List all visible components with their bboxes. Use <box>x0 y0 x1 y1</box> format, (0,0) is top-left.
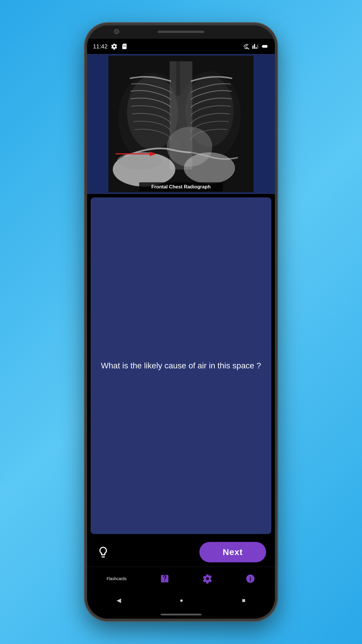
svg-point-14 <box>184 153 235 184</box>
flashcards-label: Flashcards <box>107 576 126 581</box>
battery-icon <box>260 43 269 50</box>
volume-button <box>275 90 277 107</box>
svg-rect-2 <box>262 46 266 47</box>
status-icons-right <box>243 43 269 50</box>
svg-rect-1 <box>267 46 268 47</box>
question-nav-icon <box>160 574 170 584</box>
xray-container: Frontal Chest Radiograph <box>87 54 275 194</box>
action-bar: Next <box>87 538 275 567</box>
bottom-indicator <box>161 614 201 615</box>
svg-point-15 <box>117 153 162 170</box>
back-button[interactable]: ◀ <box>117 597 121 604</box>
bottom-bar <box>87 610 275 619</box>
content-area: Frontal Chest Radiograph What is the lik… <box>87 54 275 619</box>
svg-rect-16 <box>116 153 153 155</box>
xray-image: Frontal Chest Radiograph <box>87 54 275 194</box>
screen: 11:42 <box>87 39 275 619</box>
xray-caption: Frontal Chest Radiograph <box>151 184 211 190</box>
sim-status-icon <box>121 43 127 50</box>
signal-icon <box>252 43 259 50</box>
bottom-nav: Flashcards <box>87 567 275 590</box>
wifi-icon <box>243 43 250 50</box>
nav-item-question[interactable] <box>160 574 170 584</box>
svg-rect-18 <box>176 61 180 95</box>
status-left: 11:42 <box>93 43 127 50</box>
svg-rect-5 <box>254 56 275 192</box>
home-button[interactable]: ● <box>180 597 183 604</box>
question-card: What is the likely cause of air in this … <box>91 197 271 534</box>
android-nav: ◀ ● ■ <box>87 590 275 610</box>
question-text: What is the likely cause of air in this … <box>101 360 261 371</box>
info-nav-icon <box>245 574 255 584</box>
nav-item-info[interactable] <box>245 574 255 584</box>
nav-item-settings[interactable] <box>203 574 212 584</box>
next-button[interactable]: Next <box>199 542 266 562</box>
settings-status-icon <box>111 43 117 50</box>
status-bar: 11:42 <box>87 39 275 54</box>
lightbulb-icon <box>97 546 110 559</box>
nav-item-flashcards[interactable]: Flashcards <box>107 576 126 581</box>
settings-nav-icon <box>203 574 212 584</box>
svg-rect-4 <box>87 56 108 192</box>
camera <box>114 29 119 34</box>
recent-button[interactable]: ■ <box>242 597 245 604</box>
hint-button[interactable] <box>96 545 110 559</box>
status-time: 11:42 <box>93 43 108 50</box>
phone-frame: 11:42 <box>85 23 277 621</box>
